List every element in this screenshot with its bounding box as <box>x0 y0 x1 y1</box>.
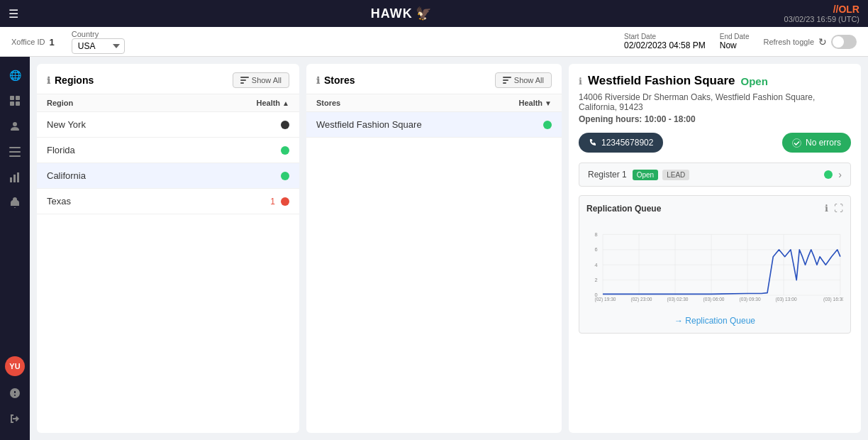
stores-show-all-button[interactable]: Show All <box>495 72 552 88</box>
svg-text:(03) 06:00: (03) 06:00 <box>703 297 725 302</box>
xoffice-id-label: Xoffice ID <box>11 38 45 46</box>
health-dot <box>281 172 289 180</box>
svg-rect-3 <box>16 101 20 106</box>
sidebar-icon-chart[interactable] <box>4 166 26 189</box>
svg-rect-7 <box>10 177 12 182</box>
refresh-toggle[interactable] <box>831 35 857 49</box>
country-field-group: Country USA Canada Mexico <box>72 30 125 54</box>
sidebar-icon-help[interactable] <box>4 382 26 405</box>
svg-text:4: 4 <box>595 262 598 268</box>
stores-panel: ℹ Stores Show All Stores Health ▼ Westfi… <box>306 64 562 433</box>
refresh-toggle-label: Refresh toggle <box>763 38 814 46</box>
avatar[interactable]: YU <box>5 356 25 376</box>
table-row[interactable]: Texas 1 <box>37 189 299 214</box>
detail-content: ℹ Westfield Fashion Square Open 14006 Ri… <box>569 64 861 433</box>
action-row: 12345678902 No errors <box>579 133 851 153</box>
phone-button[interactable]: 12345678902 <box>579 133 663 153</box>
svg-text:6: 6 <box>595 246 598 253</box>
svg-text:(02) 23:00: (02) 23:00 <box>631 297 652 302</box>
top-header: ☰ HAWK 🦅 //OLR 03/02/23 16:59 (UTC) <box>0 0 868 27</box>
datetime-display: 03/02/23 16:59 (UTC) <box>784 15 859 23</box>
chart-header: Replication Queue ℹ ⛶ <box>586 203 843 214</box>
register-row: Register 1 Open LEAD › <box>579 163 851 187</box>
register-chevron-right-icon[interactable]: › <box>838 169 842 180</box>
store-status-badge: Open <box>741 75 768 87</box>
svg-rect-13 <box>503 77 511 78</box>
svg-text:(03) 02:30: (03) 02:30 <box>667 297 689 302</box>
menu-icon[interactable]: ☰ <box>9 7 18 21</box>
svg-rect-9 <box>17 172 19 182</box>
app-logo: HAWK 🦅 <box>371 6 432 21</box>
svg-text:(03) 16:30: (03) 16:30 <box>823 297 843 302</box>
sidebar-icon-globe[interactable]: 🌐 <box>4 64 26 87</box>
regions-panel-title: ℹ Regions <box>47 75 94 86</box>
svg-point-16 <box>792 138 801 147</box>
svg-rect-2 <box>10 101 14 106</box>
table-row[interactable]: New York <box>37 112 299 138</box>
store-hours: Opening hours: 10:00 - 18:00 <box>579 114 851 124</box>
olr-text: //OLR <box>833 4 859 15</box>
store-title-row: ℹ Westfield Fashion Square Open <box>579 74 851 88</box>
svg-text:(02) 19:30: (02) 19:30 <box>595 297 616 302</box>
stores-info-icon[interactable]: ℹ <box>316 75 320 86</box>
svg-text:8: 8 <box>595 231 598 238</box>
sub-header: Xoffice ID 1 Country USA Canada Mexico S… <box>0 27 868 57</box>
svg-text:(03) 09:30: (03) 09:30 <box>740 297 761 302</box>
svg-rect-12 <box>240 82 244 84</box>
start-date-group: Start Date 02/02/2023 04:58 PM <box>624 33 706 50</box>
sidebar-icon-bell[interactable] <box>4 192 26 214</box>
regions-table-body: New York Florida California <box>37 112 299 214</box>
start-date-value: 02/02/2023 04:58 PM <box>624 40 706 50</box>
sidebar-icon-boxes[interactable] <box>4 89 26 112</box>
refresh-button[interactable]: ↻ <box>818 36 827 48</box>
stores-col-label: Stores <box>316 99 340 107</box>
chart-expand-button[interactable]: ⛶ <box>834 203 843 214</box>
sidebar-icon-logout[interactable] <box>4 407 26 430</box>
no-errors-button[interactable]: No errors <box>782 133 851 153</box>
regions-table-header: Region Health ▲ <box>37 94 299 112</box>
regions-panel: ℹ Regions Show All Region Health ▲ New Y… <box>37 64 299 433</box>
sort-arrow: ▲ <box>282 99 289 107</box>
end-date-value: Now <box>720 40 750 50</box>
end-date-group: End Date Now <box>720 33 750 50</box>
chart-container: Replication Queue ℹ ⛶ 8 6 4 2 <box>579 195 851 334</box>
table-row[interactable]: Westfield Fashion Square <box>306 112 562 138</box>
regions-show-all-button[interactable]: Show All <box>233 72 289 88</box>
stores-title-text: Stores <box>324 75 355 86</box>
app-name: HAWK <box>371 6 413 21</box>
health-dot <box>543 121 552 129</box>
store-address: 14006 Riverside Dr Sherman Oaks, Westfie… <box>579 92 851 112</box>
health-dot <box>281 121 289 129</box>
regions-title-text: Regions <box>55 75 94 86</box>
region-col-label: Region <box>47 99 73 107</box>
refresh-group: Refresh toggle ↻ <box>763 35 857 49</box>
start-date-label: Start Date <box>624 33 706 40</box>
register-label: Register 1 <box>588 170 627 180</box>
health-col-stores-label: Health ▼ <box>518 99 552 107</box>
stores-panel-title: ℹ Stores <box>316 75 355 86</box>
sidebar: 🌐 YU <box>0 57 30 440</box>
chart-area: 8 6 4 2 0 <box>586 219 843 312</box>
country-select[interactable]: USA Canada Mexico <box>72 38 125 54</box>
svg-rect-1 <box>16 96 20 100</box>
table-row[interactable]: California <box>37 163 299 189</box>
stores-table-body: Westfield Fashion Square <box>306 112 562 138</box>
store-info-icon[interactable]: ℹ <box>579 76 582 87</box>
sidebar-icon-users[interactable] <box>4 115 26 138</box>
table-row[interactable]: Florida <box>37 138 299 163</box>
svg-rect-0 <box>10 96 14 100</box>
sidebar-icon-list[interactable] <box>4 141 26 163</box>
health-col-label: Health ▲ <box>256 99 289 107</box>
regions-info-icon[interactable]: ℹ <box>47 75 50 86</box>
chart-link[interactable]: → Replication Queue <box>586 316 843 326</box>
chart-info-button[interactable]: ℹ <box>825 203 828 214</box>
chart-icons: ℹ ⛶ <box>825 203 843 214</box>
end-date-label: End Date <box>720 33 750 40</box>
svg-rect-11 <box>240 79 246 81</box>
store-name: Westfield Fashion Square <box>588 74 735 88</box>
health-dot <box>281 146 289 155</box>
register-open-tag: Open <box>633 170 658 180</box>
bird-icon: 🦅 <box>416 6 432 21</box>
phone-number: 12345678902 <box>601 138 653 148</box>
detail-panel: ℹ Westfield Fashion Square Open 14006 Ri… <box>569 64 861 433</box>
